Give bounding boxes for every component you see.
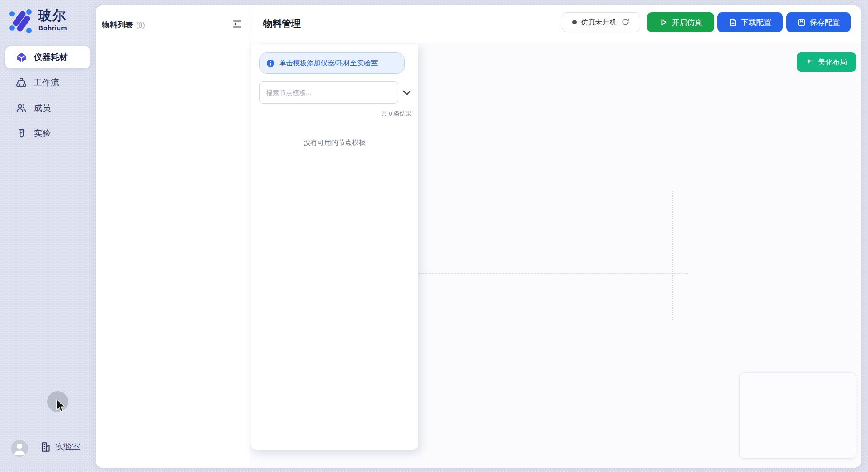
brand-name: 玻尔 — [38, 8, 67, 23]
simulation-status-pill[interactable]: 仿真未开机 — [562, 12, 640, 32]
members-icon — [16, 103, 27, 113]
refresh-status-button[interactable] — [621, 18, 630, 27]
sparkles-icon — [806, 58, 814, 66]
workflow-icon — [16, 77, 27, 88]
save-config-label: 保存配置 — [810, 17, 840, 28]
bohrium-logo-icon — [7, 8, 34, 33]
refresh-icon — [621, 18, 630, 26]
sidebar-nav: 仪器耗材 工作流 成员 — [5, 46, 90, 148]
play-icon — [659, 18, 668, 27]
search-row — [251, 81, 418, 104]
sidebar-item-label: 工作流 — [34, 77, 59, 88]
brand-logo: 玻尔 Bohrium — [7, 8, 67, 33]
expand-filters-button[interactable] — [401, 89, 413, 98]
sidebar-item-workflow[interactable]: 工作流 — [5, 72, 90, 94]
download-config-button[interactable]: 下载配置 — [717, 12, 783, 32]
start-simulation-button[interactable]: 开启仿真 — [647, 12, 714, 32]
avatar[interactable] — [11, 440, 28, 457]
menu-fold-icon — [233, 19, 242, 29]
hint-text: 单击模板添加仪器/耗材至实验室 — [279, 59, 378, 68]
header-vertical-divider — [250, 5, 250, 43]
page-title: 物料管理 — [263, 17, 301, 30]
lab-label: 实验室 — [56, 441, 80, 452]
sidebar-footer: 实验室 — [0, 440, 96, 461]
canvas-guide-horizontal — [418, 273, 688, 274]
sidebar: 玻尔 Bohrium 仪器耗材 工作流 — [0, 0, 96, 472]
canvas-guide-vertical — [672, 191, 673, 320]
sidebar-item-experiments[interactable]: 实验 — [5, 122, 90, 144]
save-icon — [797, 18, 806, 27]
sidebar-item-label: 仪器耗材 — [34, 52, 68, 63]
sidebar-item-instruments[interactable]: 仪器耗材 — [5, 46, 90, 68]
sidebar-item-label: 成员 — [34, 102, 51, 114]
status-dot — [572, 20, 577, 24]
file-download-icon — [729, 18, 737, 27]
search-input[interactable] — [259, 81, 398, 104]
results-count: 共 0 条结果 — [251, 110, 418, 118]
node-template-panel: 单击模板添加仪器/耗材至实验室 共 0 条结果 没有可用的节点模板 — [251, 44, 418, 450]
sidebar-item-lab[interactable]: 实验室 — [40, 441, 80, 452]
sidebar-item-members[interactable]: 成员 — [5, 97, 90, 119]
save-config-button[interactable]: 保存配置 — [786, 12, 851, 32]
material-list-title: 物料列表 — [102, 20, 133, 30]
brand-subtitle: Bohrium — [38, 24, 67, 32]
beautify-layout-label: 美化布局 — [818, 57, 847, 67]
minimap[interactable] — [739, 372, 856, 459]
status-text: 仿真未开机 — [581, 18, 617, 27]
hint-banner: 单击模板添加仪器/耗材至实验室 — [259, 52, 405, 74]
experiment-icon — [16, 128, 27, 139]
cube-icon — [16, 52, 27, 63]
sidebar-item-label: 实验 — [34, 128, 51, 139]
main-card: 物料列表 (0) 物料管理 仿真未开机 开启仿真 — [96, 5, 861, 468]
info-icon — [266, 59, 275, 68]
lab-building-icon — [40, 441, 52, 452]
material-list-header: 物料列表 (0) — [102, 20, 145, 30]
material-list-count: (0) — [136, 21, 145, 29]
empty-state-text: 没有可用的节点模板 — [251, 138, 418, 148]
download-config-label: 下载配置 — [741, 17, 772, 28]
start-simulation-label: 开启仿真 — [672, 17, 702, 28]
beautify-layout-button[interactable]: 美化布局 — [797, 52, 856, 72]
material-list-panel: 物料列表 (0) — [96, 5, 250, 468]
chevron-down-icon — [402, 89, 412, 97]
collapse-panel-button[interactable] — [233, 19, 242, 29]
